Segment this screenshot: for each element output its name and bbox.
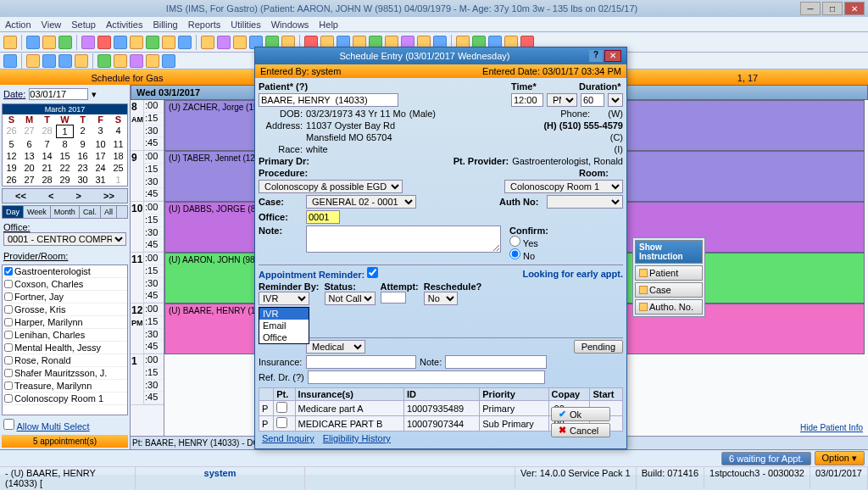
eligibility-link[interactable]: Eligibility History	[323, 433, 391, 443]
calendar-day[interactable]: 5	[3, 138, 20, 150]
cancel-button[interactable]: ✖ Cancel	[551, 423, 610, 437]
toolbar-icon[interactable]	[97, 36, 111, 49]
ins-row-checkbox[interactable]	[276, 417, 287, 428]
calendar-day[interactable]: 15	[56, 150, 74, 162]
confirm-no-radio[interactable]	[509, 248, 520, 259]
provider-item[interactable]: Grosse, Kris	[3, 303, 127, 316]
menu-action[interactable]: Action	[5, 19, 31, 30]
calendar-day[interactable]: 31	[92, 174, 109, 186]
toolbar-icon[interactable]	[130, 54, 143, 68]
menu-setup[interactable]: Setup	[71, 19, 96, 30]
side-case-button[interactable]: Case	[635, 282, 703, 298]
waiting-button[interactable]: 6 waiting for Appt.	[721, 452, 810, 465]
tab-day[interactable]: Day	[3, 206, 24, 218]
date-input[interactable]	[29, 88, 88, 100]
duration-input[interactable]	[581, 93, 604, 107]
dialog-close-icon[interactable]: ✕	[604, 50, 621, 62]
calendar-day[interactable]: 25	[109, 162, 127, 174]
provider-checkbox[interactable]	[4, 305, 13, 314]
toolbar-icon[interactable]	[233, 36, 247, 49]
reminder-by-dropdown[interactable]: IVR Email Office	[259, 307, 309, 344]
toolbar-icon[interactable]	[162, 36, 175, 49]
toolbar-icon[interactable]	[81, 36, 95, 49]
provider-item[interactable]: Shafer Mauritzsson, J.	[3, 367, 127, 380]
menu-billing[interactable]: Billing	[153, 19, 177, 30]
calendar-day[interactable]: 3	[92, 125, 109, 138]
allow-multi-checkbox[interactable]	[3, 419, 14, 430]
provider-checkbox[interactable]	[4, 381, 13, 390]
provider-checkbox[interactable]	[4, 369, 13, 377]
ins-note-input[interactable]	[445, 355, 547, 369]
tab-all[interactable]: All	[101, 206, 117, 218]
calendar-day[interactable]: 22	[56, 162, 74, 174]
provider-checkbox[interactable]	[4, 394, 13, 403]
duration-dropdown[interactable]	[608, 93, 623, 107]
calendar-day[interactable]: 23	[74, 162, 92, 174]
provider-list[interactable]: GastroenterologistCoxson, CharlesFortner…	[2, 264, 128, 415]
time-input[interactable]	[511, 93, 543, 107]
patient-input[interactable]	[259, 93, 398, 107]
nav-next-icon[interactable]	[58, 54, 72, 68]
toolbar-icon[interactable]	[114, 54, 127, 68]
calendar-day[interactable]: 11	[109, 138, 127, 150]
provider-checkbox[interactable]	[4, 331, 13, 339]
calendar-day[interactable]: 12	[3, 150, 20, 162]
menu-reports[interactable]: Reports	[188, 19, 221, 30]
calendar-day[interactable]: 1	[56, 125, 74, 138]
tab-month[interactable]: Month	[51, 206, 80, 218]
reschedule-select[interactable]: No	[424, 292, 458, 305]
provider-item[interactable]: Lenihan, Charles	[3, 329, 127, 342]
hide-patient-info-link[interactable]: Hide Patient Info	[800, 423, 863, 432]
toolbar-icon[interactable]	[58, 36, 72, 49]
show-instruction-button[interactable]: Show Instruction	[635, 240, 703, 264]
option-button[interactable]: Option ▾	[815, 451, 865, 465]
send-inquiry-link[interactable]: Send Inquiry	[262, 433, 314, 443]
toolbar-icon[interactable]	[178, 36, 192, 49]
insurance-input[interactable]	[306, 355, 416, 369]
toolbar-icon[interactable]	[26, 54, 40, 68]
minimize-button[interactable]: ─	[800, 2, 821, 15]
ampm-select[interactable]: PM	[547, 93, 577, 107]
pending-button[interactable]: Pending	[574, 340, 623, 354]
toolbar-icon[interactable]	[130, 36, 143, 49]
nav-prev-icon[interactable]	[42, 54, 56, 68]
close-button[interactable]: ✕	[844, 2, 865, 15]
side-autho-button[interactable]: Autho. No.	[635, 299, 703, 315]
calendar-day[interactable]: 14	[38, 150, 56, 162]
calendar-day[interactable]: 4	[109, 125, 127, 138]
toolbar-icon[interactable]	[26, 36, 40, 49]
office-input[interactable]	[306, 210, 340, 224]
date-dropdown-icon[interactable]: ▾	[92, 89, 97, 100]
reminder-opt-ivr[interactable]: IVR	[259, 308, 309, 320]
calendar-day[interactable]: 20	[20, 162, 38, 174]
medical-select[interactable]: Medical	[306, 340, 365, 354]
maximize-button[interactable]: □	[822, 2, 843, 15]
nav-last[interactable]: >>	[103, 191, 114, 201]
toolbar-icon[interactable]	[217, 36, 231, 49]
calendar-day[interactable]: 18	[109, 150, 127, 162]
toolbar-icon[interactable]	[42, 36, 56, 49]
provider-item[interactable]: Treasure, Marilynn	[3, 380, 127, 393]
calendar-day[interactable]: 16	[74, 150, 92, 162]
provider-item[interactable]: Harper, Marilynn	[3, 316, 127, 329]
authno-select[interactable]	[547, 195, 623, 209]
provider-checkbox[interactable]	[4, 343, 13, 352]
menu-utilities[interactable]: Utilities	[231, 19, 260, 30]
ok-button[interactable]: ✔ Ok	[551, 407, 610, 421]
menu-activities[interactable]: Activities	[106, 19, 142, 30]
refdr-input[interactable]	[308, 370, 545, 384]
toolbar-icon[interactable]	[75, 54, 88, 68]
procedure-select[interactable]: Colonoscopy & possible EGDw/ MAC	[259, 180, 403, 193]
provider-checkbox[interactable]	[4, 318, 13, 326]
calendar-day[interactable]: 29	[56, 174, 74, 186]
note-textarea[interactable]	[306, 226, 501, 253]
calendar-day[interactable]: 7	[38, 138, 56, 150]
calendar-day[interactable]: 27	[20, 174, 38, 186]
calendar-day[interactable]: 8	[56, 138, 74, 150]
room-select[interactable]: Colonoscopy Room 1	[504, 180, 623, 193]
toolbar-icon[interactable]	[114, 36, 127, 49]
toolbar-icon[interactable]	[3, 36, 17, 49]
calendar-day[interactable]: 26	[3, 174, 20, 186]
toolbar-icon[interactable]	[146, 54, 159, 68]
calendar-day[interactable]: 17	[92, 150, 109, 162]
